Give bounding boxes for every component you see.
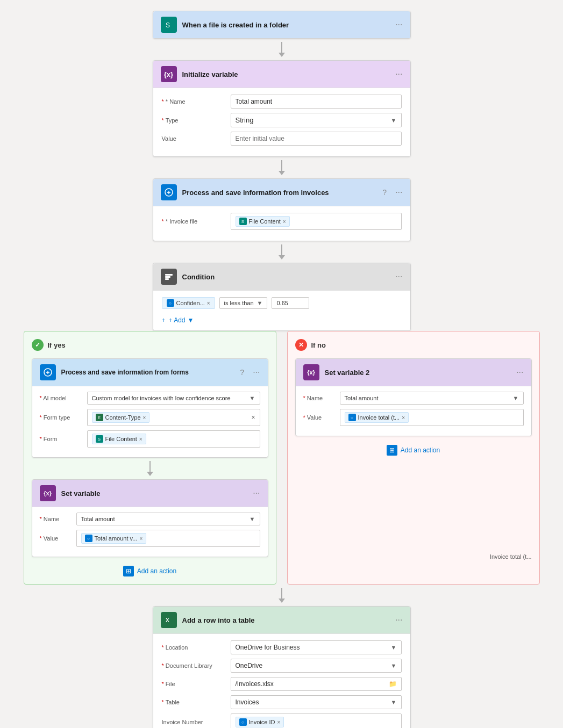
invoice-number-input[interactable]: ○ Invoice ID × [231, 713, 402, 728]
condition-more[interactable]: ··· [395, 272, 402, 282]
location-chevron: ▼ [391, 644, 397, 651]
sv-value-close[interactable]: × [139, 536, 142, 542]
condition-row: ○ Confiden... × is less than ▼ 0.65 [162, 297, 402, 309]
condition-value-input[interactable]: 0.65 [272, 297, 309, 309]
form-type-label: Form type [40, 414, 83, 421]
if-yes-header: ✓ If yes [32, 339, 268, 351]
arrow-3 [279, 241, 285, 263]
add-row-more[interactable]: ··· [395, 615, 402, 625]
invoice-file-label: * Invoice file [162, 218, 226, 225]
location-value: OneDrive for Business [236, 644, 300, 651]
set-variable-more[interactable]: ··· [253, 488, 260, 498]
sv-value-tag: ○ Total amount v... × [81, 533, 147, 544]
init-var-name-input[interactable] [231, 95, 402, 109]
file-input[interactable]: /Invoices.xlsx 📁 [231, 677, 402, 691]
sv-name-select[interactable]: Total amount ▼ [76, 513, 260, 525]
condition-value-text: 0.65 [276, 300, 288, 306]
operator-select[interactable]: is less than ▼ [219, 297, 268, 309]
condition-icon [161, 269, 177, 285]
condition-card: Condition ··· ○ Confiden... × is less th… [153, 263, 411, 331]
table-row-field: Table Invoices ▼ [162, 695, 402, 709]
init-var-type-select[interactable]: String ▼ [231, 113, 402, 127]
form-type-input[interactable]: E Content-Type × × [87, 409, 260, 426]
ai-model-select[interactable]: Custom model for invoices with low confi… [87, 392, 260, 405]
if-no-branch: ✕ If no {x} Set variable 2 ··· Name Tot [287, 331, 540, 585]
invoice-file-input[interactable]: S File Content × [231, 213, 402, 230]
svg-text:S: S [166, 21, 170, 29]
if-yes-add-action-label: Add an action [137, 567, 176, 575]
process-invoices-body: * Invoice file S File Content × [153, 206, 410, 241]
confidence-tag-close[interactable]: × [207, 300, 210, 306]
sv2-value-label: Value [303, 414, 336, 421]
process-invoices-more[interactable]: ··· [395, 188, 402, 197]
set-variable-2-icon: {x} [303, 364, 319, 380]
process-forms-icon [40, 364, 56, 380]
if-yes-add-action[interactable]: ⊞ Add an action [32, 566, 268, 576]
trigger-icon: S [161, 17, 177, 33]
process-forms-card: Process and save information from forms … [32, 358, 268, 458]
sv-name-label: Name [40, 516, 72, 522]
trigger-more[interactable]: ··· [395, 20, 402, 30]
tooltip-text: Invoice total (t... [490, 553, 532, 560]
sv-name-row: Name Total amount ▼ [40, 513, 260, 525]
add-row-icon: X [161, 612, 177, 628]
svg-rect-3 [165, 276, 170, 278]
form-input[interactable]: S File Content × [87, 430, 260, 448]
svg-rect-4 [165, 278, 169, 280]
sv-value-label: Value [40, 535, 72, 542]
ai-model-row: AI model Custom model for invoices with … [40, 392, 260, 405]
sv2-value-icon: ○ [348, 414, 356, 421]
sv2-name-label: Name [303, 395, 336, 401]
content-type-close[interactable]: × [143, 415, 146, 421]
location-select[interactable]: OneDrive for Business ▼ [231, 640, 402, 654]
sv2-name-select[interactable]: Total amount ▼ [340, 392, 524, 405]
process-invoices-title: Process and save information from invoic… [182, 189, 377, 197]
if-no-header: ✕ If no [295, 339, 532, 351]
form-file-label: File Content [105, 436, 137, 442]
file-label: File [162, 681, 226, 687]
init-var-value-input[interactable] [231, 132, 402, 146]
process-forms-more[interactable]: ··· [253, 367, 260, 377]
set-variable-title: Set variable [61, 489, 248, 498]
svg-rect-2 [165, 274, 173, 276]
doc-lib-select[interactable]: OneDrive ▼ [231, 659, 402, 673]
process-invoices-help[interactable]: ? [382, 188, 387, 197]
arrow-2 [279, 157, 285, 178]
if-no-add-action-icon: ⊞ [387, 445, 397, 456]
form-file-close[interactable]: × [139, 436, 142, 442]
clear-icon[interactable]: × [251, 414, 255, 421]
add-chevron: ▼ [188, 316, 194, 324]
add-action-icon: ⊞ [123, 566, 134, 576]
init-var-type-value: String [236, 116, 254, 124]
add-row-header: X Add a row into a table ··· [153, 607, 410, 633]
invoice-id-tag: ○ Invoice ID × [236, 717, 284, 727]
form-file-icon: S [96, 435, 103, 443]
init-var-header: {x} Initialize variable ··· [153, 61, 410, 88]
sv2-value-input[interactable]: ○ Invoice total (t... × [340, 409, 524, 426]
operator-chevron: ▼ [257, 300, 263, 306]
if-no-add-action[interactable]: ⊞ Add an action [295, 445, 532, 456]
init-var-more[interactable]: ··· [395, 69, 402, 79]
condition-header: Condition ··· [153, 263, 410, 290]
init-var-icon: {x} [161, 66, 177, 82]
file-content-tag-close[interactable]: × [283, 219, 286, 225]
sv-value-input[interactable]: ○ Total amount v... × [76, 530, 260, 547]
process-forms-help[interactable]: ? [240, 368, 244, 377]
sv-name-value: Total amount [81, 516, 115, 522]
table-select[interactable]: Invoices ▼ [231, 695, 402, 709]
condition-add-button[interactable]: + + Add ▼ [162, 316, 194, 324]
process-invoices-icon [161, 184, 177, 200]
sv2-value-row: Value ○ Invoice total (t... × [303, 409, 524, 426]
set-variable-2-more[interactable]: ··· [516, 367, 523, 377]
content-type-tag: E Content-Type × [92, 412, 150, 423]
arrow-1 [279, 39, 285, 60]
doc-lib-row: Document Library OneDrive ▼ [162, 659, 402, 673]
sv2-value-close[interactable]: × [402, 415, 405, 421]
svg-text:X: X [166, 617, 169, 623]
location-label: Location [162, 644, 226, 651]
invoice-id-close[interactable]: × [277, 719, 280, 725]
sv2-name-value: Total amount [345, 395, 379, 401]
invoice-id-icon: ○ [239, 718, 247, 726]
set-variable-2-title: Set variable 2 [325, 369, 511, 377]
file-content-tag: S File Content × [236, 216, 290, 227]
